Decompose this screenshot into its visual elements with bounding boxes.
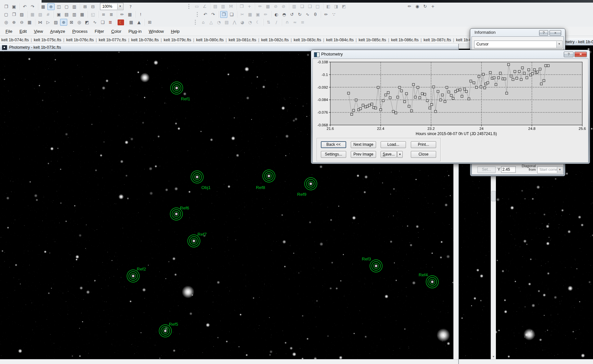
ruler-icon[interactable]: ▭ <box>193 3 200 10</box>
menu-analyze[interactable]: Analyze <box>46 28 69 35</box>
menu-color[interactable]: Color <box>107 28 125 35</box>
image-tab[interactable]: kelt 1b-075c.fts <box>34 38 61 42</box>
protractor-icon[interactable]: ∠ <box>201 3 208 10</box>
paintbrush-icon[interactable]: ✏ <box>257 3 264 10</box>
plug-icon[interactable]: ⋈ <box>37 19 44 26</box>
settings-button[interactable]: Settings... <box>321 151 346 158</box>
copy-icon[interactable]: ❐ <box>220 11 227 18</box>
save-batch-icon[interactable]: ▦ <box>79 11 86 18</box>
image-tab[interactable]: kelt 1b-084c.fts <box>326 38 354 42</box>
zoom-out-icon[interactable]: ⊟ <box>89 3 96 10</box>
gradient-a-icon[interactable]: ◧ <box>325 3 332 10</box>
image-tab[interactable]: kelt 1b-077c.fts <box>99 38 126 42</box>
help-button[interactable]: ? <box>564 52 574 57</box>
doc-magnitude-icon[interactable]: M <box>227 3 234 10</box>
pie-phase-icon[interactable]: ◔ <box>246 19 254 26</box>
cursor-mode-select[interactable]: Cursor ▼ <box>474 41 562 48</box>
import-icon[interactable]: ▨ <box>18 11 25 18</box>
back-button[interactable]: Back << <box>321 141 346 148</box>
screen-stretch-icon[interactable]: ▦ <box>40 3 47 10</box>
page-setup-icon[interactable]: ◱ <box>89 11 96 18</box>
save-as-icon[interactable]: ▤ <box>63 11 70 18</box>
dither-icon[interactable]: ▩ <box>264 3 271 10</box>
flip-horizontal-icon[interactable]: ◐ <box>273 11 280 18</box>
chevron-down-icon[interactable]: ▼ <box>117 4 123 9</box>
menu-edit[interactable]: Edit <box>16 28 30 35</box>
library-icon[interactable]: ≣ <box>107 19 114 26</box>
save-button-dropdown[interactable]: ▼ <box>397 151 403 158</box>
zoom-level-select[interactable]: 100%▼ <box>100 3 123 10</box>
context-help-icon[interactable]: ? <box>127 3 134 10</box>
add-icon[interactable]: + <box>429 3 436 10</box>
horizontal-scrollbar[interactable] <box>0 359 458 364</box>
stretch-window-icon[interactable]: ▥ <box>71 3 78 10</box>
tile-copy-icon[interactable]: ❑ <box>99 19 106 26</box>
rotate-left-icon[interactable]: ↺ <box>288 11 296 18</box>
pencil-icon[interactable]: ✏ <box>322 11 330 18</box>
screen-zoom-icon[interactable]: ⊠ <box>68 19 75 26</box>
horizon-b-icon[interactable]: ≈ <box>291 19 298 26</box>
camera-control-icon[interactable]: ▲ <box>135 19 143 26</box>
menu-window[interactable]: Window <box>145 28 167 35</box>
color-picker-icon[interactable]: ∵ <box>330 11 337 18</box>
open-file-icon[interactable]: ❐ <box>3 3 10 10</box>
moon-phase-icon[interactable]: ☾ <box>254 19 261 26</box>
zoom-in-icon[interactable]: ⊞ <box>82 3 89 10</box>
menu-help[interactable]: Help <box>167 28 183 35</box>
gradient-c-icon[interactable]: ◩ <box>340 3 347 10</box>
disable-b-icon[interactable]: ⊘ <box>280 3 287 10</box>
mirror-flip-icon[interactable]: △ <box>208 19 215 26</box>
save-file-icon[interactable]: ▣ <box>10 3 18 10</box>
close-icon[interactable]: × <box>549 30 561 36</box>
chevron-down-icon[interactable]: ▼ <box>557 167 562 173</box>
print-button[interactable]: Print... <box>411 141 436 148</box>
eye-icon[interactable]: ◉ <box>414 3 421 10</box>
zoom-in-alt-icon[interactable]: ⊕ <box>10 19 18 26</box>
image-view-icon[interactable]: ▨ <box>52 19 59 26</box>
open-folder-icon[interactable]: ❐ <box>10 11 18 18</box>
cut-icon[interactable]: ✂ <box>239 11 246 18</box>
chart-columns-icon[interactable]: ▥ <box>291 3 298 10</box>
camera-a-icon[interactable]: ▦ <box>29 11 36 18</box>
close-icon[interactable]: × <box>574 52 587 57</box>
help-button[interactable]: ? <box>539 30 548 36</box>
image-tab[interactable]: kelt 1b-076c.fts <box>66 38 94 42</box>
add-marker-icon[interactable]: + <box>246 3 253 10</box>
tile-windows-icon[interactable]: ⊞ <box>146 19 153 26</box>
horizontal-scrollbar[interactable] <box>459 359 496 364</box>
horizon-a-icon[interactable]: ∩ <box>284 19 291 26</box>
magic-wand-icon[interactable]: ✏ <box>406 3 413 10</box>
pointer-mode-icon[interactable]: ▢ <box>63 3 70 10</box>
run-script-icon[interactable]: ! <box>137 11 144 18</box>
image-tab[interactable]: kelt 1b-074c.fts <box>1 38 29 42</box>
night-mode-icon[interactable]: ☾ <box>118 19 124 25</box>
scroll-down-arrow[interactable]: ▼ <box>491 354 496 359</box>
pixel-grid-icon[interactable]: ▦ <box>26 19 33 26</box>
chevron-down-icon[interactable]: ▼ <box>556 41 562 48</box>
menu-process[interactable]: Process <box>69 28 91 35</box>
doc-measure-icon[interactable]: ▥ <box>220 3 227 10</box>
free-angle-icon[interactable]: θ <box>312 11 319 18</box>
sequence-icon[interactable]: ▤ <box>223 19 230 26</box>
camera-b-icon[interactable]: ▧ <box>37 11 44 18</box>
guider-icon[interactable]: ◕ <box>239 19 246 26</box>
set-button[interactable]: Set... <box>477 166 496 173</box>
stamp-icon[interactable]: ▣ <box>254 11 261 18</box>
save-icon[interactable]: ▣ <box>55 11 62 18</box>
scroll-thumb[interactable] <box>491 191 496 201</box>
toggle-display-icon[interactable]: ◫ <box>55 3 62 10</box>
edit-note-icon[interactable]: ✏ <box>119 11 126 18</box>
link-grid-icon[interactable]: # <box>44 11 52 18</box>
flip-vertical-icon[interactable]: ◓ <box>281 11 288 18</box>
horizontal-scrollbar[interactable] <box>496 359 593 364</box>
new-file-icon[interactable]: ▢ <box>3 11 10 18</box>
y-coordinate-field[interactable] <box>501 166 516 173</box>
menu-plug-in[interactable]: Plug-in <box>125 28 145 35</box>
image-tab[interactable]: kelt 1b-078c.fts <box>131 38 159 42</box>
photometry-dialog[interactable]: Photometry ? × 21.622.423.22424.825.6-0.… <box>311 50 590 164</box>
save-button[interactable]: Save... <box>381 151 397 158</box>
rotate-free-icon[interactable]: ∿ <box>304 11 311 18</box>
zoom-tool-icon[interactable]: ◎ <box>3 19 10 26</box>
annotate-icon[interactable]: ✏ <box>262 11 269 18</box>
edit-grid-icon[interactable]: ▦ <box>126 11 133 18</box>
